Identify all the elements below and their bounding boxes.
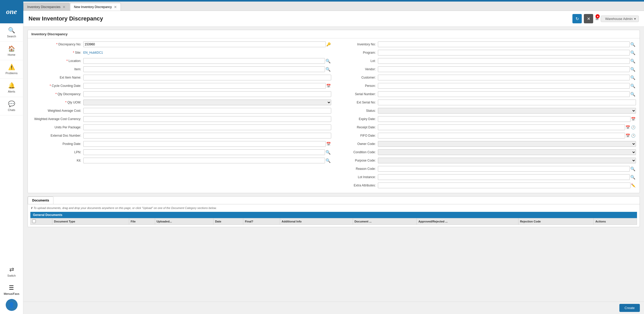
sidebar-item-problems[interactable]: ⚠️ Problems — [0, 60, 23, 79]
sidebar-item-menus[interactable]: ☰ Menus/Favs — [4, 281, 19, 299]
clock-icon-receipt[interactable]: 🕐 — [631, 125, 636, 129]
field-lot-instance: 🔍 — [378, 174, 636, 180]
select-condition-code[interactable] — [378, 149, 636, 155]
sidebar-menus-label: Menus/Favs — [4, 292, 19, 295]
select-status[interactable] — [378, 108, 636, 114]
user-avatar[interactable]: 👤 — [6, 299, 18, 311]
select-all-checkbox[interactable] — [32, 219, 36, 223]
input-fifo-date[interactable] — [378, 133, 625, 138]
lot-instance-search-icon[interactable]: 🔍 — [630, 175, 636, 180]
th-document: Document ... — [353, 218, 417, 225]
form-row-units-per-package: Units Per Package: — [31, 124, 331, 131]
bell-icon: 🔔 — [8, 82, 15, 89]
sidebar-item-home[interactable]: 🏠 Home — [0, 42, 23, 60]
header-actions: ↻ ✕ ≡ ★ Warehouse Admin ▾ — [572, 14, 639, 23]
input-weighted-avg-cost[interactable] — [83, 108, 331, 114]
input-customer[interactable] — [378, 75, 630, 80]
general-documents-header: General Documents — [30, 212, 637, 218]
app-logo[interactable]: one — [0, 0, 23, 23]
customer-search-icon[interactable]: 🔍 — [630, 75, 636, 80]
sidebar-item-chats[interactable]: 💬 Chats — [0, 97, 23, 115]
input-discrepancy-no[interactable] — [83, 41, 326, 47]
input-item[interactable] — [83, 66, 325, 72]
refresh-button[interactable]: ↻ — [572, 14, 582, 23]
input-inventory-no[interactable] — [378, 41, 630, 47]
menu-button[interactable]: ≡ ★ — [595, 15, 599, 22]
lpn-search-icon[interactable]: 🔍 — [325, 150, 331, 155]
create-button[interactable]: Create — [619, 304, 640, 312]
field-location: 🔍 — [83, 58, 331, 64]
serial-number-search-icon[interactable]: 🔍 — [630, 92, 636, 97]
calendar-icon-cycle[interactable]: 📅 — [326, 84, 331, 88]
sidebar-item-alerts[interactable]: 🔔 Alerts — [0, 79, 23, 97]
input-vendor[interactable] — [378, 66, 630, 72]
edit-icon-extra-attributes[interactable]: ✏️ — [631, 183, 636, 187]
select-purpose-code[interactable] — [378, 158, 636, 163]
input-person[interactable] — [378, 83, 630, 89]
label-purpose-code: Purpose Code: — [336, 159, 378, 162]
calendar-icon-posting[interactable]: 📅 — [326, 142, 331, 146]
close-button[interactable]: ✕ — [584, 14, 593, 23]
lot-search-icon[interactable]: 🔍 — [630, 59, 636, 64]
input-lot[interactable] — [378, 58, 630, 64]
input-program[interactable] — [378, 50, 630, 55]
key-icon-button[interactable]: 🔑 — [326, 42, 331, 46]
input-posting-date[interactable] — [83, 141, 326, 147]
calendar-icon-fifo[interactable]: 📅 — [625, 134, 631, 138]
calendar-icon-expiry[interactable]: 📅 — [631, 117, 636, 121]
item-search-icon[interactable]: 🔍 — [325, 67, 331, 72]
input-receipt-date[interactable] — [378, 124, 625, 130]
input-cycle-counting-date[interactable] — [83, 83, 326, 89]
input-reason-code[interactable] — [378, 166, 630, 172]
input-lpn[interactable] — [83, 149, 325, 155]
clock-icon-fifo[interactable]: 🕐 — [631, 134, 636, 138]
input-qty-discrepancy[interactable] — [83, 91, 331, 97]
calendar-icon-receipt[interactable]: 📅 — [625, 125, 631, 129]
input-location[interactable] — [83, 58, 325, 64]
user-label: Warehouse Admin — [605, 17, 633, 21]
tab-close-new[interactable]: ✕ — [114, 5, 117, 9]
person-search-icon[interactable]: 🔍 — [630, 83, 636, 88]
sidebar-item-alerts-label: Alerts — [8, 90, 15, 93]
input-weighted-avg-cost-currency[interactable] — [83, 116, 331, 122]
form-row-weighted-avg-cost: Weighted Average Cost: — [31, 107, 331, 114]
form-row-serial-number: Serial Number: 🔍 — [336, 91, 636, 97]
location-search-icon[interactable]: 🔍 — [325, 59, 331, 64]
program-search-icon[interactable]: 🔍 — [630, 50, 636, 55]
label-location: Location: — [31, 59, 83, 63]
label-person: Person: — [336, 84, 378, 88]
sidebar-item-chats-label: Chats — [8, 108, 15, 111]
vendor-search-icon[interactable]: 🔍 — [630, 67, 636, 72]
field-extra-attributes: ✏️ — [378, 183, 636, 188]
select-owner-code[interactable] — [378, 141, 636, 147]
select-qty-uom[interactable] — [83, 100, 331, 105]
sidebar-item-search[interactable]: 🔍 Search — [0, 23, 23, 42]
upload-icon: ⬆ — [30, 206, 33, 210]
input-kit[interactable] — [83, 158, 325, 163]
form-row-reason-code: Reason Code: 🔍 — [336, 165, 636, 172]
tab-new-inventory-discrepancy[interactable]: New Inventory Discrepancy ✕ — [70, 3, 121, 11]
input-serial-number[interactable] — [378, 91, 630, 97]
tab-inventory-discrepancies[interactable]: Inventory Discrepancies ✕ — [23, 3, 70, 11]
inventory-no-search-icon[interactable]: 🔍 — [630, 42, 636, 47]
form-row-customer: Customer: 🔍 — [336, 74, 636, 81]
reason-code-search-icon[interactable]: 🔍 — [630, 166, 636, 171]
tab-close-inventory[interactable]: ✕ — [63, 5, 66, 9]
field-person: 🔍 — [378, 83, 636, 89]
input-ext-serial-no[interactable] — [378, 100, 636, 105]
field-site-value[interactable]: EN_Hub6DC1 — [83, 51, 331, 54]
input-ext-item-name[interactable] — [83, 75, 331, 80]
kit-search-icon[interactable]: 🔍 — [325, 158, 331, 163]
input-extra-attributes[interactable] — [378, 183, 631, 188]
input-lot-instance[interactable] — [378, 174, 630, 180]
input-external-doc-number[interactable] — [83, 133, 331, 138]
user-dropdown[interactable]: Warehouse Admin ▾ — [601, 16, 639, 22]
sidebar-item-switch[interactable]: ⇄ Switch — [0, 263, 23, 281]
tab-documents[interactable]: Documents — [28, 197, 53, 204]
input-units-per-package[interactable] — [83, 124, 331, 130]
label-inventory-no: Inventory No: — [336, 43, 378, 46]
input-expiry-date[interactable] — [378, 116, 631, 122]
sidebar-switch-label: Switch — [7, 274, 16, 277]
field-vendor: 🔍 — [378, 66, 636, 72]
inventory-discrepancy-panel: Inventory Discrepancy Discrepancy No: 🔑 … — [27, 30, 640, 193]
